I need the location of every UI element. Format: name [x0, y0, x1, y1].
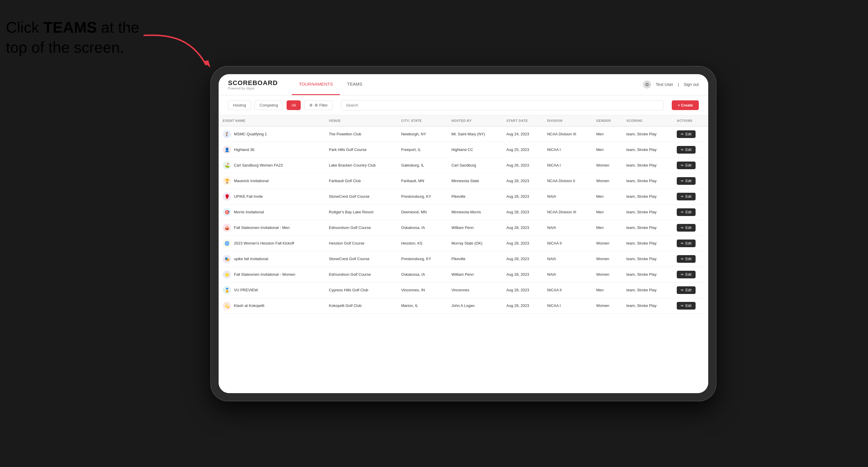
search-input[interactable]	[341, 100, 663, 111]
cell-event-name: 🥊 UPIKE Fall Invite	[219, 189, 325, 204]
cell-gender: Men	[592, 220, 622, 236]
cell-city-state: Oskaloosa, IA	[397, 267, 447, 282]
edit-button[interactable]: ✏ Edit	[677, 271, 695, 278]
cell-gender: Women	[592, 251, 622, 267]
cell-actions: ✏ Edit	[673, 236, 708, 251]
col-city-state: CITY, STATE	[397, 115, 447, 126]
cell-event-name: ⛳ Carl Sandburg Women FA23	[219, 157, 325, 173]
edit-button[interactable]: ✏ Edit	[677, 224, 695, 231]
edit-label: Edit	[685, 194, 691, 199]
cell-scoring: team, Stroke Play	[622, 236, 673, 251]
separator: |	[678, 82, 679, 87]
edit-button[interactable]: ✏ Edit	[677, 146, 695, 154]
edit-label: Edit	[685, 257, 691, 261]
cell-start-date: Aug 28, 2023	[502, 251, 543, 267]
tab-tournaments[interactable]: TOURNAMENTS	[292, 74, 340, 95]
cell-scoring: team, Stroke Play	[622, 173, 673, 189]
table-row: 🏅 VU PREVIEW Cypress Hills Golf Club Vin…	[219, 282, 708, 298]
filter-options-btn[interactable]: ⚙ ⚙ Filter	[304, 100, 333, 110]
tab-teams[interactable]: TEAMS	[340, 74, 369, 95]
event-icon: 💫	[223, 302, 231, 310]
cell-division: NAIA	[543, 220, 592, 236]
edit-label: Edit	[685, 163, 691, 167]
cell-city-state: Prestonsburg, KY	[397, 251, 447, 267]
cell-event-name: 🏆 Maverick Invitational	[219, 173, 325, 189]
cell-start-date: Aug 28, 2023	[502, 267, 543, 282]
cell-hosted-by: John A Logan	[447, 298, 502, 313]
cell-venue: Edmundson Golf Course	[325, 267, 397, 282]
instruction-highlight: TEAMS	[43, 19, 97, 36]
edit-icon: ✏	[681, 288, 684, 292]
all-filter-btn[interactable]: All	[287, 100, 301, 110]
cell-event-name: 🎭 upike fall invitational	[219, 251, 325, 267]
cell-event-name: 💫 Klash at Kokopelli	[219, 298, 325, 313]
edit-button[interactable]: ✏ Edit	[677, 208, 695, 216]
edit-button[interactable]: ✏ Edit	[677, 177, 695, 185]
edit-icon: ✏	[681, 226, 684, 230]
edit-button[interactable]: ✏ Edit	[677, 302, 695, 310]
cell-venue: Faribault Golf Club	[325, 173, 397, 189]
cell-start-date: Aug 25, 2023	[502, 142, 543, 157]
cell-start-date: Aug 28, 2023	[502, 173, 543, 189]
cell-gender: Women	[592, 298, 622, 313]
edit-button[interactable]: ✏ Edit	[677, 193, 695, 200]
cell-division: NAIA	[543, 189, 592, 204]
cell-city-state: Vincennes, IN	[397, 282, 447, 298]
cell-scoring: team, Stroke Play	[622, 282, 673, 298]
instruction-text: Click TEAMS at the top of the screen.	[6, 18, 153, 57]
edit-button[interactable]: ✏ Edit	[677, 130, 695, 138]
cell-hosted-by: Mt. Saint Mary (NY)	[447, 126, 502, 142]
cell-city-state: Oskaloosa, IA	[397, 220, 447, 236]
event-icon: 🎪	[223, 224, 231, 232]
cell-venue: The Powelton Club	[325, 126, 397, 142]
tournaments-table: EVENT NAME VENUE CITY, STATE HOSTED BY S…	[219, 115, 708, 314]
svg-marker-0	[203, 60, 210, 68]
cell-hosted-by: Murray State (OK)	[447, 236, 502, 251]
table-container: EVENT NAME VENUE CITY, STATE HOSTED BY S…	[219, 115, 708, 393]
sign-out-link[interactable]: Sign out	[684, 82, 699, 87]
edit-button[interactable]: ✏ Edit	[677, 240, 695, 247]
edit-label: Edit	[685, 241, 691, 245]
cell-city-state: Newburgh, NY	[397, 126, 447, 142]
filter-label: ⚙ Filter	[314, 103, 328, 107]
event-icon: 🏌	[223, 130, 231, 138]
cell-venue: Cypress Hills Golf Club	[325, 282, 397, 298]
cell-event-name: 🌟 Fall Statesmen Invitational - Women	[219, 267, 325, 282]
search-box	[341, 100, 663, 111]
cell-actions: ✏ Edit	[673, 157, 708, 173]
cell-actions: ✏ Edit	[673, 267, 708, 282]
create-btn[interactable]: + Create	[672, 100, 699, 110]
cell-venue: Ruttger's Bay Lake Resort	[325, 204, 397, 220]
competing-filter-btn[interactable]: Competing	[254, 100, 283, 110]
col-gender: GENDER	[592, 115, 622, 126]
cell-start-date: Aug 26, 2023	[502, 157, 543, 173]
edit-button[interactable]: ✏ Edit	[677, 161, 695, 169]
edit-icon: ✏	[681, 132, 684, 136]
cell-actions: ✏ Edit	[673, 173, 708, 189]
hosting-filter-btn[interactable]: Hosting	[228, 100, 251, 110]
app-header: SCOREBOARD Powered by clippit TOURNAMENT…	[219, 74, 708, 95]
cell-actions: ✏ Edit	[673, 189, 708, 204]
tablet-frame: SCOREBOARD Powered by clippit TOURNAMENT…	[210, 66, 716, 401]
cell-event-name: 👤 Highland 36	[219, 142, 325, 157]
edit-label: Edit	[685, 226, 691, 230]
edit-label: Edit	[685, 210, 691, 214]
edit-button[interactable]: ✏ Edit	[677, 286, 695, 294]
cell-gender: Women	[592, 173, 622, 189]
cell-hosted-by: Highland CC	[447, 142, 502, 157]
cell-division: NICAA I	[543, 157, 592, 173]
cell-city-state: Prestonsburg, KY	[397, 189, 447, 204]
cell-venue: StoneCrest Golf Course	[325, 189, 397, 204]
edit-label: Edit	[685, 288, 691, 292]
settings-icon[interactable]: ⚙	[643, 80, 651, 89]
cell-city-state: Hesston, KS	[397, 236, 447, 251]
cell-venue: Kokopelli Golf Club	[325, 298, 397, 313]
edit-button[interactable]: ✏ Edit	[677, 255, 695, 263]
edit-label: Edit	[685, 179, 691, 183]
table-row: 🏌 MSMC Qualifying 1 The Powelton Club Ne…	[219, 126, 708, 142]
edit-label: Edit	[685, 273, 691, 277]
cell-venue: Lake Bracken Country Club	[325, 157, 397, 173]
cell-hosted-by: Vincennes	[447, 282, 502, 298]
edit-icon: ✏	[681, 163, 684, 167]
cell-gender: Men	[592, 189, 622, 204]
